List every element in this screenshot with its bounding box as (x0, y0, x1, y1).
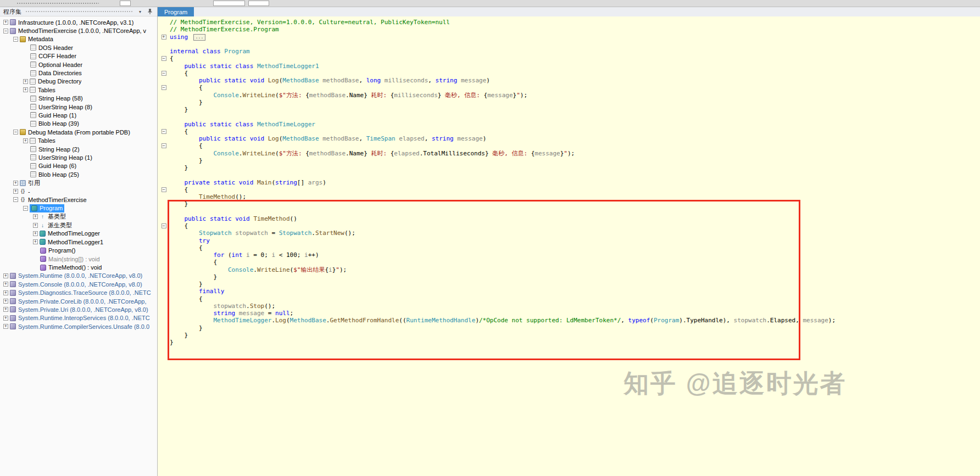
tree-item[interactable]: String Heap (2) (0, 145, 157, 153)
code-view[interactable]: 知乎 @追逐时光者 // MethodTimerExercise, Versio… (158, 16, 980, 476)
tree-item[interactable]: Blob Heap (25) (0, 170, 157, 178)
window-toolbar (0, 0, 980, 7)
tree-item[interactable]: +Debug Directory (0, 77, 157, 86)
fold-marker[interactable]: − (158, 186, 170, 193)
expand-icon[interactable]: + (3, 20, 8, 25)
tree-item[interactable]: −Debug Metadata (From portable PDB) (0, 128, 157, 136)
collapse-icon[interactable]: − (13, 37, 18, 42)
tree-item[interactable]: DOS Header (0, 43, 157, 52)
tree-item[interactable]: TimeMethod() : void (0, 263, 157, 271)
expand-icon[interactable]: + (3, 307, 8, 312)
tree-item[interactable]: +{}- (0, 187, 157, 195)
tree-item[interactable]: −Metadata (0, 35, 157, 43)
code-token: { (170, 70, 188, 77)
toolbar-grip[interactable] (16, 2, 99, 5)
tab-program[interactable]: Program (158, 7, 194, 16)
gutter (158, 99, 170, 106)
fold-box-icon[interactable]: − (162, 223, 166, 228)
collapse-icon[interactable]: − (3, 29, 8, 33)
tree-item[interactable]: Main(string[]) : void (0, 255, 157, 263)
gutter (158, 237, 170, 244)
expand-icon[interactable]: + (13, 181, 18, 186)
tree-item[interactable]: Blob Heap (39) (0, 120, 157, 128)
tree-item[interactable]: +System.Private.Uri (8.0.0.0, .NETCoreAp… (0, 305, 157, 313)
expand-icon[interactable]: + (3, 299, 8, 304)
gutter (158, 41, 170, 48)
panel-drag-grip[interactable] (25, 10, 132, 13)
fold-marker[interactable]: − (158, 142, 170, 149)
code-token: ) (483, 135, 487, 142)
fold-marker[interactable]: − (158, 222, 170, 229)
expand-icon[interactable]: + (23, 87, 28, 92)
tree-item[interactable]: +System.Runtime (8.0.0.0, .NETCoreApp, v… (0, 272, 157, 280)
tree-item[interactable]: +↓派生类型 (0, 221, 157, 229)
tree-item[interactable]: +↑基类型 (0, 212, 157, 221)
code-token (206, 215, 210, 222)
tree-item[interactable]: +Tables (0, 86, 157, 94)
expand-icon[interactable]: + (3, 316, 8, 321)
main-area: 程序集 ▾ +Infrastructure (1.0.0.0, .NETCore… (0, 7, 980, 476)
tree-item[interactable]: +System.Private.CoreLib (8.0.0.0, .NETCo… (0, 297, 157, 305)
tree-item[interactable]: Guid Heap (6) (0, 162, 157, 170)
assembly-tree[interactable]: +Infrastructure (1.0.0.0, .NETCoreApp, v… (0, 16, 157, 476)
fold-box-icon[interactable]: − (162, 71, 166, 76)
fold-box-icon[interactable]: − (162, 187, 166, 192)
expand-icon[interactable]: + (3, 273, 8, 278)
toolbar-field[interactable] (213, 1, 245, 6)
fold-marker[interactable]: − (158, 128, 170, 135)
collapse-icon[interactable]: − (13, 130, 18, 135)
fold-marker[interactable]: − (158, 84, 170, 91)
expand-icon[interactable]: + (13, 189, 18, 194)
tree-item[interactable]: +System.Runtime.InteropServices (8.0.0.0… (0, 314, 157, 322)
tree-item[interactable]: +System.Diagnostics.TraceSource (8.0.0.0… (0, 289, 157, 297)
collapsed-region-box[interactable]: ... (193, 34, 205, 41)
fold-box-icon[interactable]: − (162, 143, 166, 148)
fold-marker[interactable]: − (158, 55, 170, 62)
expand-icon[interactable]: + (3, 290, 8, 295)
tree-item[interactable]: −MethodTimerExercise (1.0.0.0, .NETCoreA… (0, 26, 157, 35)
tree-item[interactable]: UserString Heap (1) (0, 153, 157, 161)
tree-item[interactable]: −Program (0, 204, 157, 212)
toolbar-field[interactable] (248, 1, 269, 6)
fold-box-icon[interactable]: − (162, 129, 166, 134)
fold-marker[interactable]: + (158, 33, 170, 41)
tree-item[interactable]: +MethodTimeLogger (0, 229, 157, 238)
code-text: Console.WriteLine($"输出结果{i}"); (170, 266, 347, 273)
expand-icon[interactable]: + (23, 138, 28, 143)
expand-icon[interactable]: + (3, 324, 8, 329)
collapse-icon[interactable]: − (13, 197, 18, 202)
code-token: StartNew (315, 229, 344, 237)
code-token: i (328, 266, 332, 273)
code-token: MethodTimeLogger (257, 121, 315, 128)
fold-marker[interactable]: − (158, 70, 170, 77)
expand-icon[interactable]: + (33, 239, 38, 244)
tree-item[interactable]: Program() (0, 247, 157, 255)
fold-box-icon[interactable]: − (162, 85, 166, 90)
tree-item[interactable]: Optional Header (0, 60, 157, 69)
expand-icon[interactable]: + (33, 223, 38, 228)
chevron-down-icon[interactable]: ▾ (136, 9, 144, 14)
expand-icon[interactable]: + (23, 79, 28, 84)
fold-box-icon[interactable]: + (162, 35, 166, 40)
tree-item[interactable]: String Heap (58) (0, 94, 157, 103)
tree-item[interactable]: +Infrastructure (1.0.0.0, .NETCoreApp, v… (0, 18, 157, 26)
tree-item[interactable]: +System.Runtime.CompilerServices.Unsafe … (0, 322, 157, 331)
collapse-icon[interactable]: − (23, 206, 28, 211)
toolbar-button[interactable] (120, 1, 131, 6)
fold-box-icon[interactable]: − (162, 56, 166, 61)
gutter (158, 19, 170, 26)
tree-item[interactable]: UserString Heap (8) (0, 103, 157, 111)
tree-item[interactable]: +System.Console (8.0.0.0, .NETCoreApp, v… (0, 280, 157, 288)
tree-item[interactable]: +引用 (0, 178, 157, 187)
code-token: } (170, 99, 203, 106)
expand-icon[interactable]: + (33, 214, 38, 219)
pin-icon[interactable] (146, 8, 154, 15)
expand-icon[interactable]: + (3, 282, 8, 287)
tree-item[interactable]: +MethodTimeLogger1 (0, 238, 157, 246)
expand-icon[interactable]: + (33, 231, 38, 236)
tree-item[interactable]: COFF Header (0, 52, 157, 60)
tree-item[interactable]: +Tables (0, 136, 157, 144)
tree-item[interactable]: Guid Heap (1) (0, 111, 157, 119)
tree-item[interactable]: −{}MethodTimerExercise (0, 195, 157, 204)
tree-item[interactable]: Data Directories (0, 69, 157, 77)
